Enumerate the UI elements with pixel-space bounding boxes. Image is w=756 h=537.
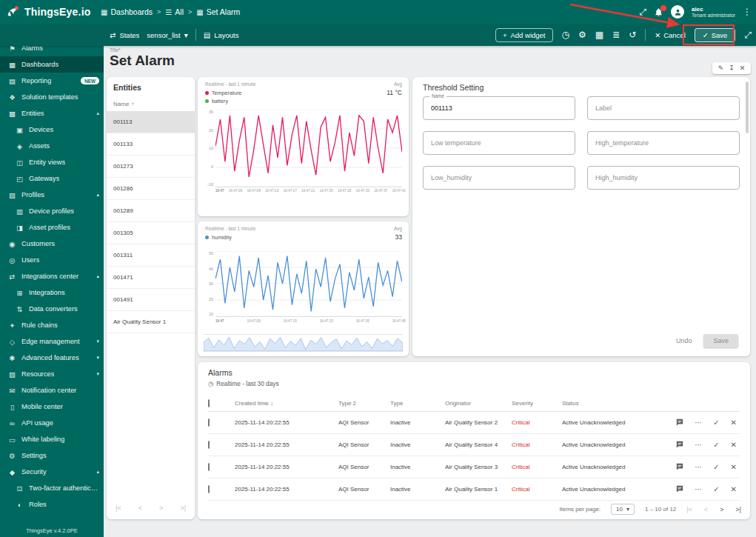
entity-row[interactable]: 001471 <box>107 267 195 289</box>
entity-row[interactable]: 001305 <box>107 222 195 244</box>
alarm-more-icon[interactable]: ⋯ <box>695 441 702 449</box>
sidebar-item-solution-templates[interactable]: ❖Solution templates <box>0 89 104 105</box>
sidebar-item-roles[interactable]: ◐Roles <box>0 496 104 513</box>
alarms-timewindow[interactable]: ◷ Realtime - last 30 days <box>208 380 279 387</box>
alarm-clear-icon[interactable]: ✕ <box>731 486 737 493</box>
sidebar-item-device-profiles[interactable]: ▥Device profiles <box>0 203 104 219</box>
column-created-time[interactable]: Created time ↓ <box>235 400 338 407</box>
breadcrumb-all[interactable]: ☰ All <box>165 7 184 16</box>
entities-name-column-header[interactable]: Name ↑ <box>113 101 134 107</box>
low-temperature-field[interactable]: Low temperature <box>423 131 575 155</box>
entity-row[interactable]: 001133 <box>107 133 195 156</box>
sidebar-item-assets[interactable]: ◈Assets <box>0 138 104 154</box>
entity-row[interactable]: 001491 <box>107 289 195 311</box>
row-checkbox[interactable] <box>208 463 210 471</box>
sidebar-item-reporting[interactable]: ▤ReportingNEW <box>0 73 104 89</box>
fullscreen-icon[interactable]: ⤢ <box>744 30 752 39</box>
first-page-icon[interactable]: |< <box>116 504 121 512</box>
settings-gear-icon[interactable]: ⚙ <box>578 30 586 39</box>
sidebar-item-rule-chains[interactable]: ✦Rule chains <box>0 317 104 333</box>
alarm-clear-icon[interactable]: ✕ <box>731 419 737 427</box>
sidebar-item-two-factor[interactable]: ⊡Two-factor authenticati... <box>0 480 104 496</box>
kebab-menu-icon[interactable]: ⋮ <box>743 7 752 16</box>
entity-row[interactable]: Air Quality Sensor 1 <box>107 311 195 333</box>
sidebar-item-entities[interactable]: ▩Entities▴ <box>0 105 104 121</box>
cancel-button[interactable]: ✕ Cancel <box>655 31 686 39</box>
chart-navigator[interactable] <box>204 334 403 352</box>
save-button[interactable]: ✓ Save <box>695 28 736 42</box>
layouts-button[interactable]: ▤ Layouts <box>204 31 239 39</box>
last-page-icon[interactable]: >| <box>735 506 741 513</box>
undo-button[interactable]: Undo <box>676 337 692 344</box>
sidebar-item-dashboards[interactable]: ▦Dashboards <box>0 56 104 73</box>
alarm-ack-icon[interactable]: ✓ <box>713 441 719 449</box>
sidebar-item-integrations-center[interactable]: ⇄Integrations center▴ <box>0 268 104 284</box>
entity-aliases-icon[interactable]: ▦ <box>595 30 603 39</box>
alarm-row[interactable]: 2025-11-14 20:22:55 AQI Sensor Inactive … <box>208 412 740 434</box>
entity-row[interactable]: 001311 <box>107 244 195 267</box>
sidebar-item-security[interactable]: ◆Security▴ <box>0 464 104 480</box>
timewindow-icon[interactable]: ◷ <box>562 30 569 39</box>
label-field[interactable]: Label <box>587 96 740 120</box>
threshold-save-button[interactable]: Save <box>703 334 738 347</box>
alarm-row[interactable]: 2025-11-14 20:22:55 AQI Sensor Inactive … <box>208 478 740 501</box>
alarm-details-icon[interactable] <box>676 463 683 472</box>
sidebar-item-data-converters[interactable]: ⇅Data converters <box>0 301 104 317</box>
user-info[interactable]: alec Tenant administrator <box>692 6 735 19</box>
alarm-clear-icon[interactable]: ✕ <box>731 464 737 471</box>
edit-widget-icon[interactable]: ✎ <box>718 64 724 72</box>
alarm-clear-icon[interactable]: ✕ <box>731 441 737 449</box>
items-per-page-select[interactable]: 10 ▾ <box>611 504 635 515</box>
scrollbar-thumb[interactable] <box>746 81 749 133</box>
sidebar-item-devices[interactable]: ▣Devices <box>0 121 104 138</box>
entity-row[interactable]: 001113 <box>107 111 195 133</box>
sidebar-item-advanced-features[interactable]: ✱Advanced features▾ <box>0 350 104 366</box>
state-select[interactable]: sensor_list ▾ <box>147 31 187 39</box>
low-humidity-field[interactable]: Low_humidity <box>423 166 575 190</box>
brand[interactable]: ThingsEye.io <box>6 0 91 24</box>
version-control-icon[interactable]: ↺ <box>629 30 636 39</box>
high-temperature-field[interactable]: High_temperature <box>587 131 740 155</box>
legend-item-humidity[interactable]: humidity <box>205 234 232 241</box>
sidebar-item-edge-management[interactable]: ◇Edge management▾ <box>0 333 104 350</box>
humidity-line-chart[interactable] <box>215 251 402 317</box>
sidebar-item-profiles[interactable]: ▧Profiles▴ <box>0 187 104 203</box>
row-checkbox[interactable] <box>208 441 210 449</box>
column-type[interactable]: Type <box>390 400 445 407</box>
sidebar-item-settings[interactable]: ⚙Settings <box>0 447 104 464</box>
entity-row[interactable]: 001289 <box>107 200 195 222</box>
column-status[interactable]: Status <box>562 400 660 407</box>
entity-row[interactable]: 001286 <box>107 178 195 200</box>
close-widget-icon[interactable]: ✕ <box>740 64 746 72</box>
sidebar-item-notification-center[interactable]: ✉Notification center <box>0 382 104 398</box>
add-widget-button[interactable]: + Add widget <box>495 28 553 42</box>
first-page-icon[interactable]: |< <box>686 506 692 513</box>
avatar[interactable] <box>671 5 684 19</box>
alarm-row[interactable]: 2025-11-14 20:22:55 AQI Sensor Inactive … <box>208 456 740 478</box>
legend-item-battery[interactable]: battery <box>205 98 241 104</box>
notifications-bell-button[interactable] <box>654 7 663 17</box>
page-title[interactable]: Set Alarm <box>110 53 175 69</box>
alarm-details-icon[interactable] <box>676 485 683 494</box>
alarm-details-icon[interactable] <box>676 418 683 427</box>
fullscreen-icon[interactable]: ⤢ <box>640 7 647 16</box>
states-button[interactable]: ⇄ States <box>110 31 139 39</box>
entity-row[interactable]: 001273 <box>107 156 195 178</box>
sidebar-item-gateways[interactable]: ◰Gateways <box>0 170 104 187</box>
sidebar-item-mobile-center[interactable]: ▯Mobile center <box>0 398 104 415</box>
sidebar-item-white-labeling[interactable]: ▭White labeling <box>0 431 104 447</box>
export-widget-icon[interactable]: ↧ <box>729 64 735 72</box>
column-originator[interactable]: Originator <box>445 400 512 407</box>
sidebar-item-asset-profiles[interactable]: ◨Asset profiles <box>0 219 104 236</box>
filters-icon[interactable]: ≣ <box>612 30 620 39</box>
sidebar-item-integrations[interactable]: ⊞Integrations <box>0 284 104 301</box>
temperature-line-chart[interactable] <box>215 110 402 187</box>
select-all-checkbox[interactable] <box>208 399 210 407</box>
sidebar-item-api-usage[interactable]: ∞API usage <box>0 415 104 431</box>
alarm-ack-icon[interactable]: ✓ <box>713 464 719 471</box>
name-field[interactable]: Name 001113 <box>423 96 575 120</box>
alarm-more-icon[interactable]: ⋯ <box>695 419 702 427</box>
row-checkbox[interactable] <box>208 418 210 427</box>
next-page-icon[interactable]: > <box>159 504 163 512</box>
row-checkbox[interactable] <box>208 485 210 493</box>
